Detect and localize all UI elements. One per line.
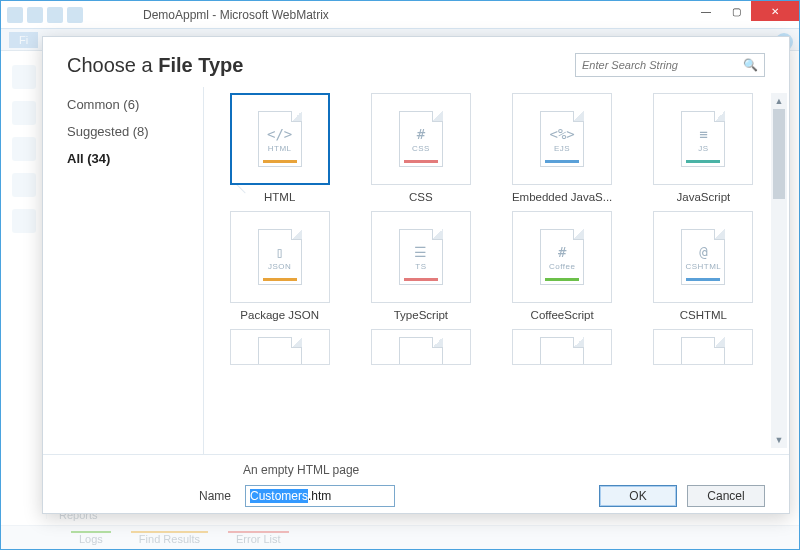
scroll-down-icon[interactable]: ▼ [771, 432, 787, 448]
activity-item[interactable] [12, 137, 36, 161]
accent-bar [263, 160, 297, 163]
ok-button[interactable]: OK [599, 485, 677, 507]
maximize-button[interactable]: ▢ [721, 1, 751, 21]
window-title: DemoAppml - Microsoft WebMatrix [143, 8, 329, 22]
activity-item[interactable] [12, 173, 36, 197]
scrollbar[interactable]: ▲ ▼ [771, 93, 787, 448]
file-icon: ▯JSON [258, 229, 302, 285]
search-icon[interactable]: 🔍 [743, 58, 758, 72]
category-item[interactable]: All (34) [67, 145, 203, 172]
tile-thumb[interactable]: #Coffee [512, 211, 612, 303]
tile-thumb[interactable]: ☰TS [371, 211, 471, 303]
scroll-up-icon[interactable]: ▲ [771, 93, 787, 109]
category-list: Common (6)Suggested (8)All (34) [43, 87, 203, 454]
file-icon: #CSS [399, 111, 443, 167]
tile-label: JavaScript [677, 191, 731, 203]
tile-thumb[interactable]: @CSHTML [653, 211, 753, 303]
file-glyph: ▯ [275, 244, 283, 260]
name-input[interactable] [245, 485, 395, 507]
category-item[interactable]: Suggested (8) [67, 118, 203, 145]
file-type-tile[interactable]: @CSHTMLCSHTML [640, 211, 767, 321]
accent-bar [545, 160, 579, 163]
file-glyph: @ [699, 244, 707, 260]
file-tag: TS [415, 262, 426, 271]
file-type-tile[interactable] [357, 329, 484, 365]
file-type-tile[interactable] [640, 329, 767, 365]
tile-label: Package JSON [240, 309, 319, 321]
file-type-tile[interactable] [216, 329, 343, 365]
status-tab-logs[interactable]: Logs [71, 531, 111, 545]
file-glyph: # [558, 244, 566, 260]
tile-thumb[interactable] [230, 329, 330, 365]
tile-thumb[interactable]: #CSS [371, 93, 471, 185]
file-type-tile[interactable]: ☰TSTypeScript [357, 211, 484, 321]
file-icon: #Coffee [540, 229, 584, 285]
file-tag: JS [698, 144, 708, 153]
dialog-footer: An empty HTML page Name OK Cancel [43, 454, 789, 513]
status-tab-find[interactable]: Find Results [131, 531, 208, 545]
new-file-dialog: Choose a File Type 🔍 Common (6)Suggested… [42, 36, 790, 514]
tile-thumb[interactable]: ▯JSON [230, 211, 330, 303]
ribbon-file-tab[interactable]: Fi [9, 32, 38, 48]
accent-bar [686, 160, 720, 163]
file-tag: HTML [268, 144, 292, 153]
tile-thumb[interactable]: </>HTML [230, 93, 330, 185]
qat-icon[interactable] [67, 7, 83, 23]
tile-thumb[interactable] [371, 329, 471, 365]
file-icon: </>HTML [258, 111, 302, 167]
file-type-tile[interactable]: ≡JSJavaScript [640, 93, 767, 203]
file-icon [540, 337, 584, 365]
category-item[interactable]: Common (6) [67, 91, 203, 118]
file-type-tile[interactable]: <%>EJSEmbedded JavaS... [499, 93, 626, 203]
file-glyph: ≡ [699, 126, 707, 142]
file-tag: Coffee [549, 262, 575, 271]
tile-thumb[interactable] [653, 329, 753, 365]
qat-icon[interactable] [7, 7, 23, 23]
template-description: An empty HTML page [67, 463, 765, 477]
close-button[interactable]: ✕ [751, 1, 799, 21]
file-type-tile[interactable] [499, 329, 626, 365]
activity-item[interactable] [12, 101, 36, 125]
accent-bar [404, 278, 438, 281]
file-type-grid: </>HTMLHTML#CSSCSS<%>EJSEmbedded JavaS..… [216, 87, 767, 454]
file-glyph: </> [267, 126, 292, 142]
tile-label: CSHTML [680, 309, 727, 321]
file-tag: JSON [268, 262, 291, 271]
tile-label: Embedded JavaS... [512, 191, 612, 203]
file-icon: ☰TS [399, 229, 443, 285]
file-icon: ≡JS [681, 111, 725, 167]
file-icon [399, 337, 443, 365]
tile-thumb[interactable]: <%>EJS [512, 93, 612, 185]
file-type-tile[interactable]: </>HTMLHTML [216, 93, 343, 203]
activity-item[interactable] [12, 65, 36, 89]
qat-icon[interactable] [27, 7, 43, 23]
file-icon: @CSHTML [681, 229, 725, 285]
file-type-tile[interactable]: #CoffeeCoffeeScript [499, 211, 626, 321]
cancel-button[interactable]: Cancel [687, 485, 765, 507]
file-icon [681, 337, 725, 365]
tile-label: HTML [264, 191, 295, 203]
status-tab-errors[interactable]: Error List [228, 531, 289, 545]
file-icon [258, 337, 302, 365]
qat-icon[interactable] [47, 7, 63, 23]
activity-bar [1, 51, 47, 519]
search-box[interactable]: 🔍 [575, 53, 765, 77]
file-tag: EJS [554, 144, 570, 153]
scroll-thumb[interactable] [773, 109, 785, 199]
tile-label: TypeScript [394, 309, 448, 321]
search-input[interactable] [582, 59, 743, 71]
tile-label: CSS [409, 191, 433, 203]
minimize-button[interactable]: — [691, 1, 721, 21]
file-type-tile[interactable]: ▯JSONPackage JSON [216, 211, 343, 321]
activity-item[interactable] [12, 209, 36, 233]
file-glyph: # [417, 126, 425, 142]
status-bar: Logs Find Results Error List [1, 525, 799, 549]
quick-access-toolbar [7, 7, 83, 23]
tile-thumb[interactable] [512, 329, 612, 365]
file-type-tile[interactable]: #CSSCSS [357, 93, 484, 203]
tile-thumb[interactable]: ≡JS [653, 93, 753, 185]
file-tag: CSHTML [685, 262, 721, 271]
dialog-title: Choose a File Type [67, 54, 243, 77]
name-label: Name [199, 489, 231, 503]
dialog-title-prefix: Choose a [67, 54, 158, 76]
